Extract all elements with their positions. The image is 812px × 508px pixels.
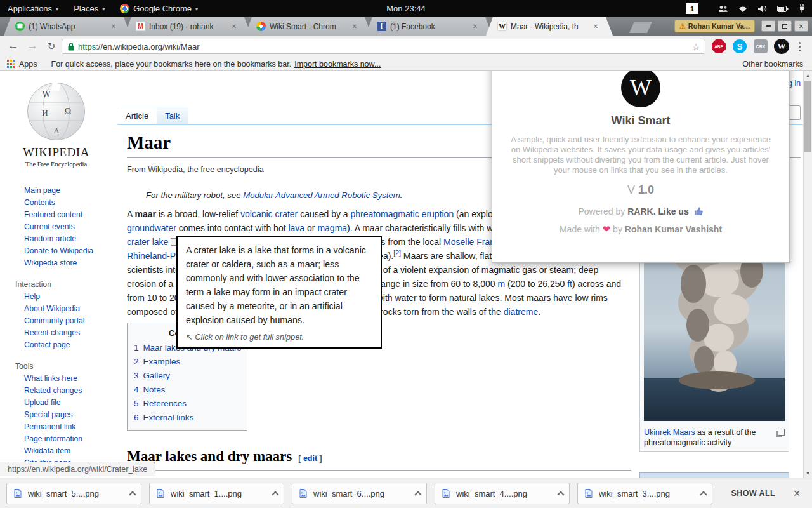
caption-link[interactable]: Ukinrek Maars: [644, 428, 695, 437]
maximize-button[interactable]: [778, 20, 792, 32]
toc-link[interactable]: Gallery: [143, 371, 169, 380]
users-icon[interactable]: [718, 5, 728, 13]
wiki-link[interactable]: volcanic crater: [240, 209, 298, 219]
sidebar-tools-link[interactable]: Wikidata item: [24, 445, 112, 457]
wiki-link[interactable]: crater lake: [127, 237, 168, 247]
citation-ref[interactable]: [2]: [393, 249, 401, 257]
wiki-link[interactable]: m: [497, 279, 505, 289]
reload-button[interactable]: ↻: [43, 41, 60, 52]
wikipedia-wordmark[interactable]: WIKIPEDIA: [0, 145, 112, 159]
wikipedia-globe-logo[interactable]: W Ω И A: [26, 81, 86, 142]
browser-tab[interactable]: ☎(1) WhatsApp✕: [4, 17, 131, 36]
volume-icon[interactable]: [757, 5, 768, 13]
apps-shortcut[interactable]: Apps: [19, 60, 37, 69]
wiki-link[interactable]: magma: [317, 223, 347, 233]
tab-close-icon[interactable]: ✕: [350, 23, 359, 30]
author-name[interactable]: Rohan Kumar Vashisht: [625, 224, 722, 234]
sidebar-tools-link[interactable]: Upload file: [24, 397, 112, 409]
download-caret-icon[interactable]: [557, 491, 564, 498]
bookmark-star-icon[interactable]: ☆: [692, 41, 700, 53]
download-caret-icon[interactable]: [272, 491, 278, 498]
wifi-icon[interactable]: [738, 5, 748, 13]
browser-tab[interactable]: Wiki Smart - Chrom✕: [245, 17, 372, 36]
download-caret-icon[interactable]: [129, 491, 136, 498]
sidebar-nav-link[interactable]: Featured content: [24, 209, 112, 221]
abp-extension-icon[interactable]: ABP: [710, 38, 727, 55]
toc-item[interactable]: 2Examples: [134, 355, 240, 369]
minimize-button[interactable]: [761, 20, 775, 32]
crx-extension-icon[interactable]: CRX: [752, 38, 769, 55]
wiki-link[interactable]: phreatomagmatic eruption: [351, 209, 454, 219]
forward-button[interactable]: →: [24, 39, 41, 52]
toc-item[interactable]: 4Notes: [134, 383, 240, 397]
wiki-link[interactable]: ft: [567, 279, 572, 289]
sidebar-nav-link[interactable]: Current events: [24, 221, 112, 233]
close-window-button[interactable]: ✕: [794, 20, 808, 32]
sidebar-nav-link[interactable]: Main page: [24, 185, 112, 197]
toc-item[interactable]: 5References: [134, 397, 240, 411]
toc-link[interactable]: Notes: [143, 385, 165, 394]
sidebar-tools-link[interactable]: Permanent link: [24, 421, 112, 433]
page-scrollbar[interactable]: ▲ ▼: [803, 71, 812, 478]
new-tab-button[interactable]: [629, 22, 652, 33]
other-bookmarks-button[interactable]: Other bookmarks: [742, 60, 803, 69]
tab-close-icon[interactable]: ✕: [471, 23, 480, 30]
wiki-link[interactable]: groundwater: [127, 223, 176, 233]
back-button[interactable]: ←: [5, 39, 22, 52]
sidebar-tools-link[interactable]: Related changes: [24, 385, 112, 397]
sidebar-interaction-link[interactable]: Contact page: [24, 339, 112, 351]
enlarge-icon[interactable]: [778, 429, 785, 436]
tab-close-icon[interactable]: ✕: [230, 23, 239, 30]
address-bar[interactable]: https ://en.wikipedia.org/wiki/Maar ☆: [62, 39, 705, 54]
clock[interactable]: Mon 23:44: [386, 4, 425, 13]
toc-item[interactable]: 6External links: [134, 411, 240, 425]
download-item[interactable]: wiki_smart_4....png: [435, 483, 570, 504]
scroll-up-icon[interactable]: ▲: [804, 73, 812, 77]
wiki-link[interactable]: Modular Advanced Armed Robotic System: [243, 190, 400, 200]
toc-item[interactable]: 3Gallery: [134, 369, 240, 383]
like-us-link[interactable]: Like us: [658, 206, 688, 217]
sidebar-nav-link[interactable]: Donate to Wikipedia: [24, 245, 112, 257]
profile-badge[interactable]: ⚠ Rohan Kumar Va...: [674, 20, 755, 32]
skype-extension-icon[interactable]: S: [731, 38, 748, 55]
places-menu[interactable]: Places▾: [66, 0, 112, 17]
tab-article[interactable]: Article: [117, 107, 157, 124]
sidebar-interaction-link[interactable]: Help: [24, 291, 112, 303]
browser-tab[interactable]: f(1) Facebook✕: [365, 17, 492, 36]
sidebar-tools-link[interactable]: Page information: [24, 433, 112, 445]
download-item[interactable]: wiki_smart_3....png: [577, 483, 712, 504]
browser-menu-button[interactable]: [792, 39, 807, 53]
tab-talk[interactable]: Talk: [157, 107, 188, 124]
sidebar-tools-link[interactable]: What links here: [24, 373, 112, 385]
sidebar-tools-link[interactable]: Special pages: [24, 409, 112, 421]
apps-grid-icon[interactable]: [7, 60, 15, 68]
download-caret-icon[interactable]: [414, 491, 421, 498]
scroll-down-icon[interactable]: ▼: [804, 471, 812, 476]
toc-link[interactable]: External links: [143, 413, 193, 422]
tab-close-icon[interactable]: ✕: [109, 23, 118, 30]
close-downloads-bar-button[interactable]: ✕: [793, 478, 801, 508]
scrollbar-thumb[interactable]: [804, 81, 811, 152]
battery-icon[interactable]: [777, 6, 789, 12]
sidebar-interaction-link[interactable]: Community portal: [24, 315, 112, 327]
toc-link[interactable]: Examples: [143, 357, 180, 366]
download-item[interactable]: wiki_smart_1....png: [149, 483, 284, 504]
sidebar-interaction-link[interactable]: Recent changes: [24, 327, 112, 339]
chrome-app-menu[interactable]: Google Chrome▾: [112, 0, 206, 17]
sidebar-nav-link[interactable]: Wikipedia store: [24, 257, 112, 269]
sidebar-nav-link[interactable]: Random article: [24, 233, 112, 245]
wiki-extension-icon[interactable]: W: [773, 38, 790, 55]
tab-close-icon[interactable]: ✕: [591, 23, 600, 30]
sidebar-interaction-link[interactable]: About Wikipedia: [24, 303, 112, 315]
edit-link[interactable]: edit: [303, 454, 317, 463]
sidebar-nav-link[interactable]: Contents: [24, 197, 112, 209]
download-caret-icon[interactable]: [700, 491, 707, 498]
toc-link[interactable]: References: [143, 399, 186, 408]
show-all-downloads-button[interactable]: SHOW ALL: [731, 478, 775, 508]
download-item[interactable]: wiki_smart_5....png: [6, 483, 141, 504]
browser-tab[interactable]: MInbox (19) - rohank✕: [124, 17, 251, 36]
wiki-link[interactable]: diatreme: [504, 307, 538, 317]
import-bookmarks-link[interactable]: Import bookmarks now...: [294, 60, 381, 69]
thumbs-up-icon[interactable]: [694, 206, 704, 216]
download-item[interactable]: wiki_smart_6....png: [292, 483, 427, 504]
